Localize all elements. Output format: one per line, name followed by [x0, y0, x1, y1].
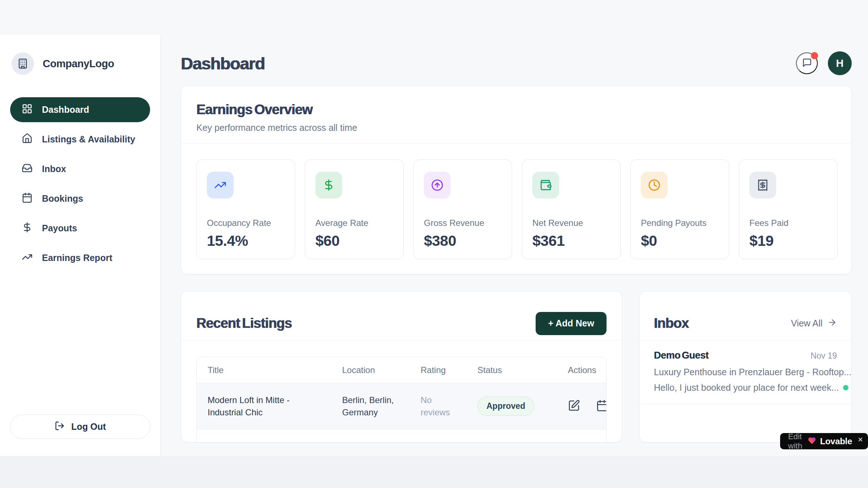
chat-button[interactable]: [796, 52, 818, 74]
metric-pending-payouts: Pending Payouts $0: [630, 159, 729, 259]
trending-up-icon: [22, 252, 33, 265]
metric-value: 15.4%: [207, 232, 285, 249]
inbox-title: Inbox: [654, 316, 689, 331]
building-icon: [12, 52, 34, 75]
sidebar-item-label: Inbox: [42, 164, 66, 174]
metric-average-rate: Average Rate $60: [305, 159, 404, 259]
listing-status-cell: Approved: [477, 397, 568, 415]
column-header-actions: Actions: [568, 365, 596, 375]
earnings-header: Earnings Overview Key performance metric…: [181, 86, 851, 144]
view-all-label: View All: [791, 318, 822, 329]
heart-icon: [808, 436, 816, 446]
sidebar-item-label: Payouts: [42, 223, 77, 234]
clock-icon: [641, 172, 668, 198]
listing-title: Modern Loft in Mitte - Industrial Chic: [208, 394, 305, 418]
header-actions: H: [796, 51, 852, 75]
add-new-button[interactable]: + Add New: [536, 312, 607, 335]
calendar-icon: [596, 399, 607, 413]
main-content: Dashboard H Earnings Overview Key perfor…: [161, 35, 868, 456]
inbox-card: Inbox View All Demo Guest Nov 19 Luxury …: [639, 291, 852, 442]
logout-button[interactable]: Log Out: [10, 415, 150, 439]
page-bottom-strip: [0, 456, 868, 488]
metric-label: Net Revenue: [532, 218, 610, 228]
logo: CompanyLogo: [10, 52, 150, 75]
metric-label: Occupancy Rate: [207, 218, 285, 228]
message-preview: Hello, I just booked your place for next…: [654, 382, 839, 393]
grid-icon: [22, 103, 33, 116]
table-row: Modern Loft in Mitte - Industrial Chic B…: [197, 383, 606, 429]
avatar[interactable]: H: [828, 51, 852, 75]
unread-dot: [843, 385, 848, 390]
message-bubble-icon: [802, 58, 812, 69]
metrics-row: Occupancy Rate 15.4% Average Rate $60 Gr…: [181, 144, 851, 259]
table-header-row: Title Location Rating Status Actions: [197, 357, 606, 383]
column-header-status: Status: [477, 365, 568, 375]
trending-up-icon: [207, 172, 234, 198]
circle-arrow-up-icon: [424, 172, 451, 198]
logout-icon: [55, 421, 65, 433]
metric-net-revenue: Net Revenue $361: [522, 159, 621, 259]
sidebar-item-label: Earnings Report: [42, 253, 112, 263]
metric-occupancy-rate: Occupancy Rate 15.4%: [196, 159, 295, 259]
wallet-icon: [532, 172, 559, 198]
edit-icon: [568, 399, 580, 413]
sidebar-item-label: Listings & Availability: [42, 134, 135, 145]
sidebar-item-label: Bookings: [42, 193, 83, 204]
metric-value: $60: [315, 232, 393, 249]
metric-value: $0: [641, 232, 719, 249]
lower-row: Recent Listings + Add New Title Location…: [181, 291, 852, 442]
availability-listing-button[interactable]: [596, 399, 607, 413]
inbox-message[interactable]: Demo Guest Nov 19 Luxury Penthouse in Pr…: [639, 341, 851, 404]
sidebar-item-bookings[interactable]: Bookings: [10, 186, 150, 211]
arrow-right-icon: [827, 318, 837, 329]
sidebar-item-inbox[interactable]: Inbox: [10, 157, 150, 181]
sidebar-item-dashboard[interactable]: Dashboard: [10, 97, 150, 122]
badge-prefix: Edit with: [788, 432, 804, 451]
metric-value: $361: [532, 232, 610, 249]
dollar-icon: [22, 222, 33, 235]
dollar-icon: [315, 172, 342, 198]
calendar-icon: [22, 192, 33, 205]
page-title: Dashboard: [181, 53, 265, 73]
badge-close-button[interactable]: ×: [858, 433, 863, 444]
metric-fees-paid: Fees Paid $19: [739, 159, 838, 259]
logout-label: Log Out: [71, 421, 106, 432]
logo-text: CompanyLogo: [43, 58, 114, 70]
edit-listing-button[interactable]: [568, 399, 580, 413]
sidebar-nav: Dashboard Listings & Availability Inbox …: [10, 97, 150, 270]
listing-rating: No reviews: [421, 394, 460, 418]
home-icon: [22, 133, 33, 146]
sidebar-item-payouts[interactable]: Payouts: [10, 216, 150, 241]
notification-dot: [811, 52, 818, 59]
sidebar-item-listings[interactable]: Listings & Availability: [10, 127, 150, 152]
column-header-rating: Rating: [421, 365, 477, 375]
inbox-tray-icon: [22, 163, 33, 176]
column-header-location: Location: [342, 365, 421, 375]
message-subject: Luxury Penthouse in Prenzlauer Berg - Ro…: [654, 367, 837, 377]
recent-listings-title: Recent Listings: [196, 316, 292, 331]
listings-table: Title Location Rating Status Actions Mod…: [196, 357, 607, 442]
earnings-overview-card: Earnings Overview Key performance metric…: [181, 86, 852, 274]
badge-brand: Lovable: [820, 436, 852, 446]
message-preview-row: Hello, I just booked your place for next…: [654, 382, 837, 393]
status-badge: Approved: [477, 397, 534, 415]
app-window: CompanyLogo Dashboard Listings & Availab…: [0, 0, 868, 456]
message-top: Demo Guest Nov 19: [654, 350, 837, 361]
inbox-header: Inbox View All: [639, 291, 851, 341]
message-date: Nov 19: [810, 351, 837, 361]
main-header: Dashboard H: [181, 51, 852, 75]
metric-label: Average Rate: [315, 218, 393, 228]
receipt-icon: [749, 172, 776, 198]
table-row-partial: [197, 429, 606, 442]
message-sender: Demo Guest: [654, 350, 709, 361]
metric-label: Gross Revenue: [424, 218, 502, 228]
sidebar: CompanyLogo Dashboard Listings & Availab…: [0, 35, 161, 456]
earnings-title: Earnings Overview: [196, 102, 836, 117]
edit-with-lovable-badge[interactable]: Edit with Lovable ×: [780, 433, 868, 449]
sidebar-item-earnings-report[interactable]: Earnings Report: [10, 245, 150, 270]
column-header-title: Title: [208, 365, 342, 375]
metric-value: $380: [424, 232, 502, 249]
listing-location: Berlin, Berlin, Germany: [342, 394, 407, 418]
metric-value: $19: [749, 232, 827, 249]
view-all-link[interactable]: View All: [791, 318, 837, 329]
